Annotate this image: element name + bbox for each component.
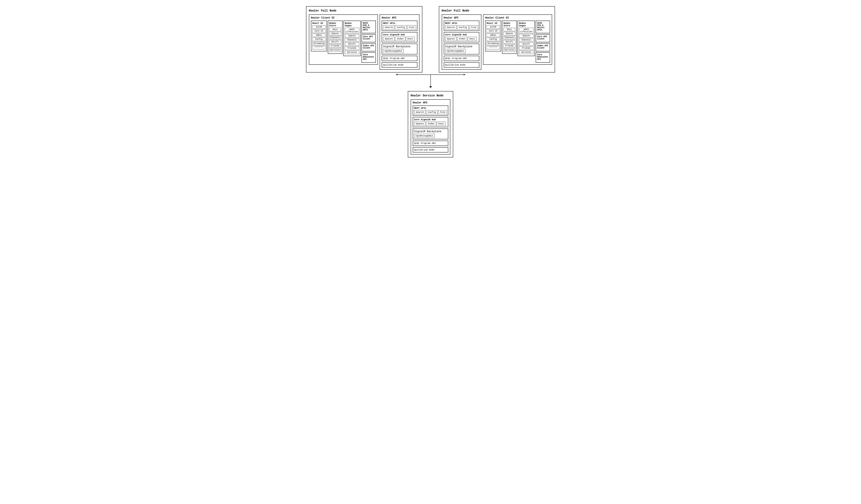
left-hub-index: Index	[395, 37, 405, 41]
right-streaming: Streaming	[487, 42, 500, 45]
left-rs-keys: Keys	[329, 28, 341, 31]
right-rs-spaces: Spaces	[503, 32, 515, 36]
left-cql: CQLMessageBus	[383, 49, 404, 53]
right-client-ui: Howler Client UI React UI AuthN Core UI …	[483, 14, 552, 65]
service-hub-title: Core SignalR Hub	[414, 118, 447, 121]
left-web3-col: Web3DID &WalletAPIs	[361, 20, 376, 33]
right-redux-sagas-col: ReduxSagas Web3Lifecycles Spaces Channel…	[518, 20, 535, 56]
left-rs-services: Services	[329, 48, 341, 52]
left-qcql: QCQL Program ABI	[382, 56, 418, 61]
right-web3-col: Web3DID &WalletAPIs	[536, 20, 550, 33]
right-full-node-title: Howler Full Node	[442, 9, 552, 12]
left-rs-channels: Channels	[329, 36, 341, 40]
service-hub-index: Index	[426, 122, 436, 126]
service-backplane: SignalR Backplane CQLMessageBus	[413, 128, 449, 139]
left-full-node-title: Howler Full Node	[309, 9, 420, 12]
right-rs-keys: Keys	[503, 28, 515, 31]
left-redux-store-title: ReduxStore	[329, 22, 341, 27]
service-qcql: QCQL Program ABI	[413, 141, 449, 146]
svg-marker-5	[429, 86, 432, 88]
right-backplane-title: SignalR Backplane	[445, 45, 478, 48]
right-client-ui-columns: React UI AuthN Core UI Admin Config Stre…	[485, 20, 550, 63]
left-core-api-client: Core APIClient	[361, 34, 376, 42]
left-hub-items: Spaces Index Keys	[383, 37, 416, 41]
service-hub-items: Spaces Index Keys	[414, 122, 447, 126]
service-hub-keys: Keys	[437, 122, 446, 126]
left-rest-apis-title: REST APIs	[383, 22, 416, 25]
right-sagas-notifs: Notifs	[519, 42, 533, 46]
left-client-ui-columns: React UI AuthN Core UI Admin Config Stre…	[311, 20, 376, 63]
left-core-ui: Core UI	[312, 29, 326, 33]
right-rs-services: Services	[503, 48, 515, 52]
left-streaming: Streaming	[312, 42, 326, 45]
right-rest-apis: REST APIs Search Config File	[444, 20, 480, 31]
left-howler-api-title: Howler API	[382, 16, 418, 19]
left-rs-friends: Friends	[329, 44, 341, 48]
left-hub-title: Core SignalR Hub	[383, 33, 416, 36]
right-config: Config	[487, 38, 500, 41]
service-node: Howler Service Node Howler API REST APIs…	[408, 91, 453, 157]
right-rest-config: Config	[457, 25, 469, 29]
right-sagas-channels: Channels	[519, 38, 533, 42]
left-rest-items: Search Config File	[383, 25, 416, 29]
right-rest-file: File	[469, 25, 478, 29]
right-hub-keys: Keys	[468, 37, 477, 41]
right-sagas-services: Services	[519, 51, 533, 54]
right-quilibrium: Quilibrium Node	[444, 62, 480, 68]
right-rest-apis-title: REST APIs	[445, 22, 478, 25]
service-backplane-title: SignalR Backplane	[414, 130, 447, 133]
right-admin: Admin	[487, 33, 500, 37]
left-redux-store-col: ReduxStore Keys Spaces Channels Notifs F…	[328, 20, 343, 54]
right-rest-search: Search	[445, 25, 457, 29]
service-rest-file: File	[438, 110, 447, 114]
diagram: Howler Full Node Howler Client UI React …	[6, 6, 855, 157]
left-quilibrium: Quilibrium Node	[382, 62, 418, 68]
service-rest-config: Config	[426, 110, 438, 114]
right-rs-notifs: Notifs	[503, 40, 515, 44]
service-signalr-hub: Core SignalR Hub Spaces Index Keys	[413, 117, 449, 127]
left-sagas-web3: Web3Lifecycles	[345, 28, 359, 33]
right-cql: CQLMessageBus	[445, 49, 466, 53]
left-sagas-notifs: Notifs	[345, 42, 359, 46]
right-rest-items: Search Config File	[445, 25, 478, 29]
left-rest-search: Search	[383, 25, 395, 29]
right-react-ui-col: React UI AuthN Core UI Admin Config Stre…	[485, 20, 501, 51]
left-client-ui-title: Howler Client UI	[311, 16, 376, 19]
right-client-ui-title: Howler Client UI	[485, 16, 550, 19]
service-howler-api: Howler API REST APIs Search Config File …	[411, 99, 451, 155]
right-howler-api-title: Howler API	[444, 16, 480, 19]
svg-marker-3	[464, 74, 466, 75]
left-full-node: Howler Full Node Howler Client UI React …	[306, 6, 422, 72]
right-sagas-friends: Friends	[519, 46, 533, 50]
service-rest-apis-title: REST APIs	[414, 107, 447, 109]
right-sagas-web3: Web3Lifecycles	[519, 28, 533, 33]
right-signalr-hub: Core SignalR Hub Spaces Index Keys	[444, 32, 480, 42]
left-sagas-friends: Friends	[345, 46, 359, 50]
left-rs-spaces: Spaces	[329, 32, 341, 36]
right-hub-spaces: Spaces	[445, 37, 457, 41]
right-rs-friends: Friends	[503, 44, 515, 48]
right-redux-store-title: ReduxStore	[503, 22, 515, 27]
right-core-ui: Core UI	[487, 29, 500, 33]
left-signalr-hub: Core SignalR Hub Spaces Index Keys	[382, 32, 418, 42]
service-howler-api-title: Howler API	[413, 101, 449, 104]
right-node-inner: Howler API REST APIs Search Config File …	[442, 14, 552, 70]
right-hub-items: Spaces Index Keys	[445, 37, 478, 41]
right-authn: AuthN	[487, 25, 500, 29]
right-sagas-spaces: Spaces	[519, 34, 533, 38]
left-rest-file: File	[407, 25, 416, 29]
left-client-ui: Howler Client UI React UI AuthN Core UI …	[309, 14, 378, 65]
right-redux-sagas-title: ReduxSagas	[519, 22, 533, 27]
left-node-inner: Howler Client UI React UI AuthN Core UI …	[309, 14, 420, 70]
service-quilibrium: Quilibrium Node	[413, 147, 449, 153]
left-authn: AuthN	[312, 25, 326, 29]
service-rest-search: Search	[414, 110, 426, 114]
left-react-ui-col: React UI AuthN Core UI Admin Config Stre…	[311, 20, 327, 51]
left-backplane: SignalR Backplane CQLMessageBus	[382, 44, 418, 55]
left-redux-sagas-col: ReduxSagas Web3Lifecycles Spaces Channel…	[343, 20, 361, 56]
left-sagas-spaces: Spaces	[345, 34, 359, 38]
right-index-api-client: Index APIClient	[536, 43, 550, 51]
right-howler-api: Howler API REST APIs Search Config File …	[442, 14, 482, 70]
left-index-api-client: Index APIClient	[361, 43, 376, 51]
left-admin: Admin	[312, 33, 326, 37]
